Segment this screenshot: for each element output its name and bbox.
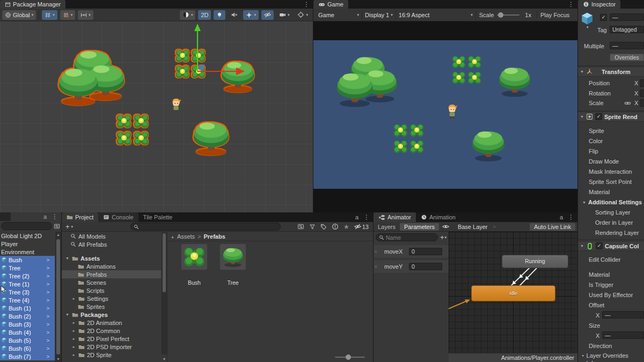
- tree-folder[interactable]: Sprites: [62, 302, 161, 311]
- tab-package-manager[interactable]: Package Manager: [0, 0, 65, 9]
- draw-mode-dropdown[interactable]: ▾: [180, 10, 196, 20]
- chevron-right-icon[interactable]: >: [47, 330, 54, 335]
- offset-x-field[interactable]: —: [602, 311, 644, 319]
- hierarchy-item[interactable]: Tree (2)>: [0, 272, 55, 280]
- tree-folder[interactable]: Animations: [62, 262, 161, 270]
- parameter-row[interactable]: ≡ moveY 0: [374, 260, 449, 274]
- tree-package[interactable]: ▸2D Pixel Perfect: [62, 335, 161, 343]
- chevron-right-icon[interactable]: >: [47, 322, 54, 327]
- project-tree-scrollbar[interactable]: ▼: [162, 232, 167, 354]
- hierarchy-item[interactable]: Bush (3)>: [0, 320, 55, 328]
- scene-audio-toggle[interactable]: [228, 10, 240, 20]
- tab-project[interactable]: Project: [62, 212, 98, 222]
- active-checkbox[interactable]: ✓: [600, 14, 607, 21]
- scene-menu-kebab[interactable]: ⋮: [300, 0, 313, 9]
- gizmos-dropdown[interactable]: ▾: [295, 10, 311, 20]
- tag-dropdown[interactable]: Untagged: [610, 26, 644, 33]
- link-icon[interactable]: [624, 100, 631, 107]
- alert-icon[interactable]: [332, 223, 339, 230]
- breadcrumb-assets[interactable]: Assets: [177, 233, 195, 240]
- preset-icon[interactable]: [54, 223, 60, 230]
- scene-visibility-toggle[interactable]: [261, 10, 274, 20]
- tab-inspector[interactable]: Inspector: [578, 0, 620, 9]
- scroll-down-icon[interactable]: ▼: [162, 357, 167, 361]
- grid-snap-toggle[interactable]: ▾: [42, 10, 57, 20]
- foldout-icon[interactable]: ▼: [580, 115, 584, 119]
- parameter-value-field[interactable]: 0: [409, 248, 442, 255]
- tree-package[interactable]: ▸2D Animation: [62, 319, 161, 327]
- project-menu-kebab[interactable]: ⋮: [360, 213, 373, 221]
- bush-group-sprite[interactable]: [116, 114, 149, 146]
- parameters-tab[interactable]: Parameters: [400, 223, 439, 231]
- drag-handle-icon[interactable]: ≡: [374, 264, 380, 269]
- collapse-icon[interactable]: ▲: [171, 235, 174, 239]
- tree-folder[interactable]: ▸Settings: [62, 294, 161, 302]
- tree-package[interactable]: ▸2D Common: [62, 327, 161, 335]
- scale-x-field[interactable]: [640, 99, 644, 107]
- move-gizmo[interactable]: [177, 21, 252, 77]
- hierarchy-scrollbar[interactable]: ▲ ▼: [55, 232, 61, 362]
- asset-item-bush[interactable]: Bush: [177, 244, 211, 286]
- base-layer-breadcrumb[interactable]: Base Layer: [452, 224, 493, 230]
- drag-handle-icon[interactable]: ≡: [374, 249, 380, 254]
- chevron-right-icon[interactable]: >: [47, 298, 54, 303]
- hierarchy-item[interactable]: Global Light 2D: [0, 232, 55, 240]
- saved-search-all-prefabs[interactable]: All Prefabs: [62, 240, 161, 248]
- camera-settings-dropdown[interactable]: ▾: [276, 10, 292, 20]
- chevron-right-icon[interactable]: >: [47, 257, 54, 263]
- tab-console[interactable]: Console: [98, 212, 138, 222]
- gizmo-y-arrow[interactable]: [194, 24, 201, 31]
- expander-icon[interactable]: ▸: [71, 345, 76, 349]
- expander-icon[interactable]: ▼: [65, 256, 70, 260]
- breadcrumb-prefabs[interactable]: Prefabs: [203, 233, 225, 240]
- tab-animation[interactable]: Animation: [416, 212, 460, 222]
- sprite-renderer-header[interactable]: ▼ ✓ Sprite Rend: [578, 112, 644, 122]
- gizmo-x-arrow[interactable]: [236, 68, 245, 75]
- pivot-global-dropdown[interactable]: Global ▾: [2, 10, 36, 20]
- chevron-right-icon[interactable]: >: [47, 354, 54, 359]
- tree-package[interactable]: ▸2D PSD Importer: [62, 343, 161, 351]
- project-search-input[interactable]: [141, 224, 277, 230]
- size-x-field[interactable]: —: [602, 331, 644, 339]
- expander-icon[interactable]: ▸: [71, 297, 76, 301]
- expander-icon[interactable]: ▸: [71, 353, 76, 357]
- 2d-mode-toggle[interactable]: 2D: [198, 10, 211, 20]
- expander-icon[interactable]: ▸: [71, 337, 76, 341]
- state-node-idle[interactable]: Idle: [471, 285, 555, 301]
- state-node-running[interactable]: Running: [502, 255, 568, 268]
- tree-folder-prefabs[interactable]: Prefabs: [62, 270, 161, 278]
- hidden-count-toggle[interactable]: 13: [354, 223, 369, 230]
- state-machine-graph[interactable]: Running Idle: [449, 232, 577, 353]
- hierarchy-item[interactable]: Tree (4)>: [0, 296, 55, 304]
- aspect-ratio-dropdown[interactable]: 16:9 Aspect▾: [396, 10, 475, 20]
- edit-collider-button[interactable]: Edit Collider: [589, 256, 620, 263]
- player-sprite[interactable]: [170, 98, 182, 113]
- tab-tile-palette[interactable]: Tile Palette: [138, 212, 178, 222]
- expander-icon[interactable]: ▸: [71, 329, 76, 333]
- prefab-field[interactable]: —: [610, 42, 644, 49]
- layers-tab[interactable]: Layers: [374, 224, 400, 230]
- chevron-right-icon[interactable]: >: [47, 306, 54, 311]
- hierarchy-menu-kebab[interactable]: ⋮: [48, 213, 61, 220]
- chevron-right-icon[interactable]: >: [47, 338, 54, 343]
- hierarchy-search-input[interactable]: [4, 223, 49, 230]
- hierarchy-item[interactable]: Tree (1)>: [0, 280, 55, 288]
- eye-icon[interactable]: [442, 223, 449, 230]
- tree-packages-root[interactable]: ▼Packages: [62, 311, 161, 319]
- filter-by-type-icon[interactable]: [309, 224, 316, 230]
- add-parameter-button[interactable]: + ▾: [440, 233, 447, 241]
- tab-animator[interactable]: Animator: [374, 212, 416, 222]
- hierarchy-item[interactable]: Bush (5)>: [0, 336, 55, 344]
- gizmo-plane-handle[interactable]: [199, 64, 204, 70]
- scene-viewport[interactable]: [0, 21, 313, 212]
- play-focus-dropdown[interactable]: Play Focus: [537, 12, 573, 18]
- parameter-search[interactable]: [376, 233, 438, 241]
- parameter-value-field[interactable]: 0: [409, 263, 442, 270]
- overrides-button[interactable]: Overrides: [610, 54, 644, 61]
- tab-game[interactable]: Game: [313, 0, 348, 9]
- tree-cluster-sprite[interactable]: [55, 47, 129, 112]
- project-search[interactable]: [130, 223, 281, 231]
- foldout-icon[interactable]: ▼: [580, 244, 584, 248]
- parameter-row[interactable]: ≡ moveX 0: [374, 245, 449, 258]
- chevron-right-icon[interactable]: >: [47, 346, 54, 351]
